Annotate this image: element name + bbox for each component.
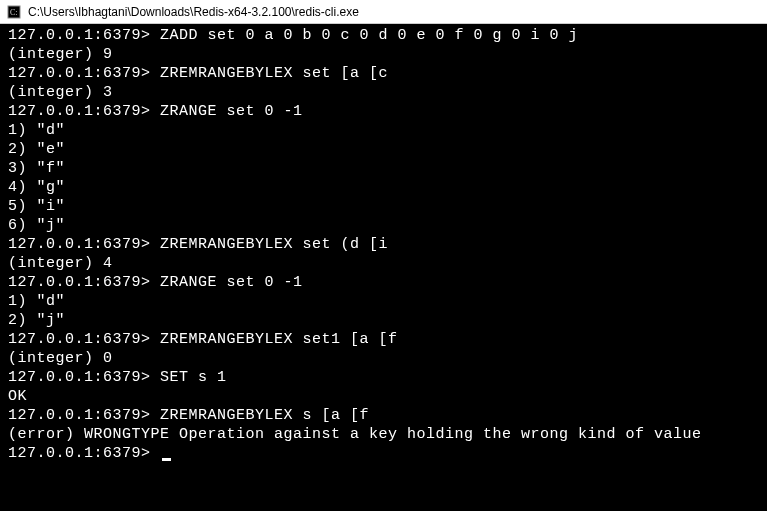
command-line: 127.0.0.1:6379> ZREMRANGEBYLEX set1 [a […: [8, 330, 759, 349]
command-line: 127.0.0.1:6379> ZREMRANGEBYLEX set (d [i: [8, 235, 759, 254]
output-line: (integer) 3: [8, 83, 759, 102]
output-line: (error) WRONGTYPE Operation against a ke…: [8, 425, 759, 444]
output-line: 1) "d": [8, 292, 759, 311]
output-line: (integer) 0: [8, 349, 759, 368]
output-line: 5) "i": [8, 197, 759, 216]
title-bar[interactable]: C: C:\Users\Ibhagtani\Downloads\Redis-x6…: [0, 0, 767, 24]
window-title: C:\Users\Ibhagtani\Downloads\Redis-x64-3…: [28, 5, 359, 19]
svg-text:C:: C:: [10, 8, 18, 17]
command-line: 127.0.0.1:6379> ZADD set 0 a 0 b 0 c 0 d…: [8, 26, 759, 45]
output-line: (integer) 4: [8, 254, 759, 273]
output-line: 2) "j": [8, 311, 759, 330]
output-line: 2) "e": [8, 140, 759, 159]
output-line: 1) "d": [8, 121, 759, 140]
output-line: 3) "f": [8, 159, 759, 178]
output-line: 4) "g": [8, 178, 759, 197]
output-line: OK: [8, 387, 759, 406]
app-icon: C:: [6, 4, 22, 20]
command-line: 127.0.0.1:6379> ZREMRANGEBYLEX set [a [c: [8, 64, 759, 83]
command-line: 127.0.0.1:6379> ZRANGE set 0 -1: [8, 273, 759, 292]
output-line: 6) "j": [8, 216, 759, 235]
terminal-output[interactable]: 127.0.0.1:6379> ZADD set 0 a 0 b 0 c 0 d…: [0, 24, 767, 465]
cursor: [162, 458, 171, 461]
command-line: 127.0.0.1:6379> SET s 1: [8, 368, 759, 387]
command-line: 127.0.0.1:6379> ZRANGE set 0 -1: [8, 102, 759, 121]
command-line: 127.0.0.1:6379> ZREMRANGEBYLEX s [a [f: [8, 406, 759, 425]
prompt-line: 127.0.0.1:6379>: [8, 444, 759, 463]
output-line: (integer) 9: [8, 45, 759, 64]
